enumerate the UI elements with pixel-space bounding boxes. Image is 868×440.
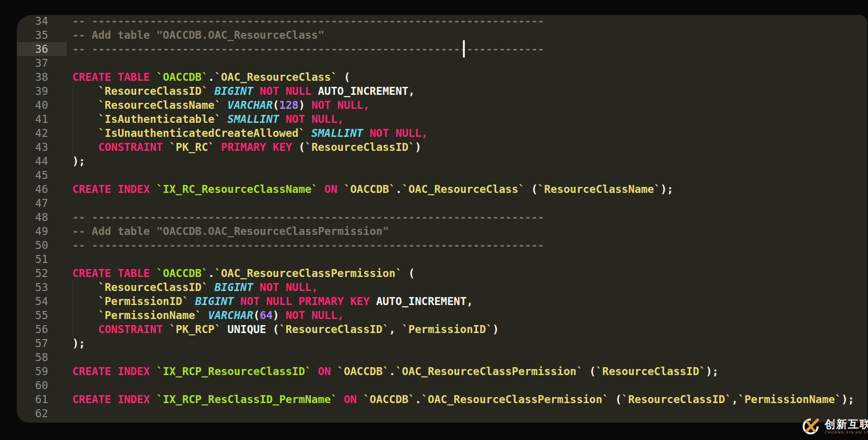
token-fg: (	[273, 99, 279, 111]
token-fg: UNIQUE (	[221, 323, 280, 335]
token-str: `OACCDB`	[344, 183, 396, 195]
code-line[interactable]: 56 CONSTRAINT `PK_RCP` UNIQUE (`Resource…	[17, 322, 867, 336]
line-number[interactable]: 39	[17, 84, 67, 98]
line-number[interactable]: 56	[17, 322, 67, 336]
token-str: `OAC_ResourceClass`	[215, 71, 337, 83]
token-typ: BIGINT	[195, 295, 234, 307]
token-kw: NOT NULL,	[286, 309, 344, 321]
code-line[interactable]: 46CREATE INDEX `IX_RC_ResourceClassName`…	[17, 182, 867, 196]
code-text: );	[67, 336, 867, 350]
token-fg	[72, 309, 98, 321]
line-number[interactable]: 51	[17, 252, 67, 266]
code-line[interactable]: 40 `ResourceClassName` VARCHAR(128) NOT …	[17, 98, 867, 112]
token-kw: CONSTRAINT	[98, 141, 162, 153]
token-com: -- -------------------------------------…	[72, 15, 544, 27]
line-number[interactable]: 48	[17, 210, 67, 224]
code-line[interactable]: 37	[17, 56, 867, 70]
token-fg: AUTO_INCREMENT,	[370, 295, 473, 307]
active-line-number[interactable]: 36	[17, 42, 67, 56]
text-cursor	[463, 40, 465, 57]
token-fg	[215, 141, 221, 153]
token-fg	[253, 85, 260, 97]
code-line[interactable]: 62	[17, 406, 867, 420]
token-fg	[337, 183, 344, 195]
token-fg	[318, 183, 324, 195]
code-line[interactable]: 55 `PermissionName` VARCHAR(64) NOT NULL…	[17, 308, 867, 322]
token-typ: BIGINT	[215, 85, 253, 97]
line-number[interactable]: 55	[17, 308, 67, 322]
code-line[interactable]: 49-- Add table "OACCDB.OAC_ResourceClass…	[17, 224, 867, 238]
code-line[interactable]: 41 `IsAuthenticatable` SMALLINT NOT NULL…	[17, 112, 867, 126]
line-number[interactable]: 38	[17, 70, 67, 84]
line-number[interactable]: 58	[17, 350, 67, 364]
line-number[interactable]: 42	[17, 126, 67, 140]
code-line[interactable]: 44);	[17, 154, 867, 168]
code-line[interactable]: 39 `ResourceClassID` BIGINT NOT NULL AUT…	[17, 84, 867, 98]
code-text: CREATE TABLE `OACCDB`.`OAC_ResourceClass…	[67, 70, 867, 84]
code-text: );	[67, 154, 867, 168]
token-kw: NOT NULL,	[260, 281, 318, 293]
code-line[interactable]: 52CREATE TABLE `OACCDB`.`OAC_ResourceCla…	[17, 266, 867, 280]
code-lines: 34-- -----------------------------------…	[17, 15, 867, 423]
code-text: `ResourceClassID` BIGINT NOT NULL,	[67, 280, 867, 294]
token-kw: NOT NULL,	[311, 99, 370, 111]
token-fg	[72, 281, 98, 293]
code-line[interactable]: 42 `IsUnauthenticatedCreateAllowed` SMAL…	[17, 126, 867, 140]
token-fg	[72, 99, 98, 111]
code-line[interactable]: 35-- Add table "OACCDB.OAC_ResourceClass…	[17, 28, 867, 42]
line-number[interactable]: 35	[17, 28, 67, 42]
line-number[interactable]: 45	[17, 168, 67, 182]
code-line[interactable]: 48-- -----------------------------------…	[17, 210, 867, 224]
token-kw: NOT NULL PRIMARY KEY	[240, 295, 370, 307]
code-text: `PermissionName` VARCHAR(64) NOT NULL,	[67, 308, 867, 322]
token-str: `OACCDB`	[363, 393, 415, 405]
line-number[interactable]: 44	[17, 154, 67, 168]
line-number[interactable]: 40	[17, 98, 67, 112]
token-fg: .	[395, 183, 402, 195]
line-number[interactable]: 61	[17, 392, 67, 406]
line-number[interactable]: 54	[17, 294, 67, 308]
token-str: `IsAuthenticatable`	[98, 113, 221, 125]
line-number[interactable]: 52	[17, 266, 67, 280]
code-line[interactable]: 53 `ResourceClassID` BIGINT NOT NULL,	[17, 280, 867, 294]
code-line[interactable]: 45	[17, 168, 867, 182]
line-number[interactable]: 46	[17, 182, 67, 196]
line-number[interactable]: 60	[17, 378, 67, 392]
line-number[interactable]: 34	[17, 15, 67, 28]
line-number[interactable]: 53	[17, 280, 67, 294]
code-line[interactable]: 54 `PermissionID` BIGINT NOT NULL PRIMAR…	[17, 294, 867, 308]
code-line[interactable]: 63	[17, 420, 867, 423]
token-str: `OAC_ResourceClassPermission`	[215, 267, 402, 279]
code-line[interactable]: 57);	[17, 336, 867, 350]
code-line[interactable]: 47	[17, 196, 867, 210]
code-line[interactable]: 51	[17, 252, 867, 266]
line-number[interactable]: 43	[17, 140, 67, 154]
code-line[interactable]: 50-- -----------------------------------…	[17, 238, 867, 252]
line-number[interactable]: 63	[17, 420, 67, 423]
code-line[interactable]: 58	[17, 350, 867, 364]
line-number[interactable]: 47	[17, 196, 67, 210]
line-number[interactable]: 57	[17, 336, 67, 350]
token-fg: (	[609, 393, 622, 405]
token-kw: NOT NULL	[260, 85, 312, 97]
line-number[interactable]: 37	[17, 56, 67, 70]
code-line[interactable]: 38CREATE TABLE `OACCDB`.`OAC_ResourceCla…	[17, 70, 867, 84]
token-fg: .	[389, 365, 396, 377]
line-number[interactable]: 49	[17, 224, 67, 238]
line-number[interactable]: 62	[17, 406, 67, 420]
code-text: CREATE TABLE `OACCDB`.`OAC_ResourceClass…	[67, 266, 867, 280]
code-line[interactable]: 36-- -----------------------------------…	[17, 42, 867, 56]
token-ent: `IX_RCP_ResClassID_PermName`	[156, 393, 337, 405]
token-kw: ON	[318, 365, 331, 377]
line-number[interactable]: 50	[17, 238, 67, 252]
code-text: `ResourceClassID` BIGINT NOT NULL AUTO_I…	[67, 84, 867, 98]
code-line[interactable]: 60	[17, 378, 867, 392]
code-line[interactable]: 59CREATE INDEX `IX_RCP_ResourceClassID` …	[17, 364, 867, 378]
token-ent: `OACCDB`	[156, 267, 208, 279]
code-line[interactable]: 34-- -----------------------------------…	[17, 15, 867, 28]
line-number[interactable]: 41	[17, 112, 67, 126]
line-number[interactable]: 59	[17, 364, 67, 378]
code-line[interactable]: 43 CONSTRAINT `PK_RC` PRIMARY KEY (`Reso…	[17, 140, 867, 154]
code-line[interactable]: 61CREATE INDEX `IX_RCP_ResClassID_PermNa…	[17, 392, 867, 406]
watermark-text: 创新互联 CHUANG XIN HU LIAN	[825, 419, 868, 434]
